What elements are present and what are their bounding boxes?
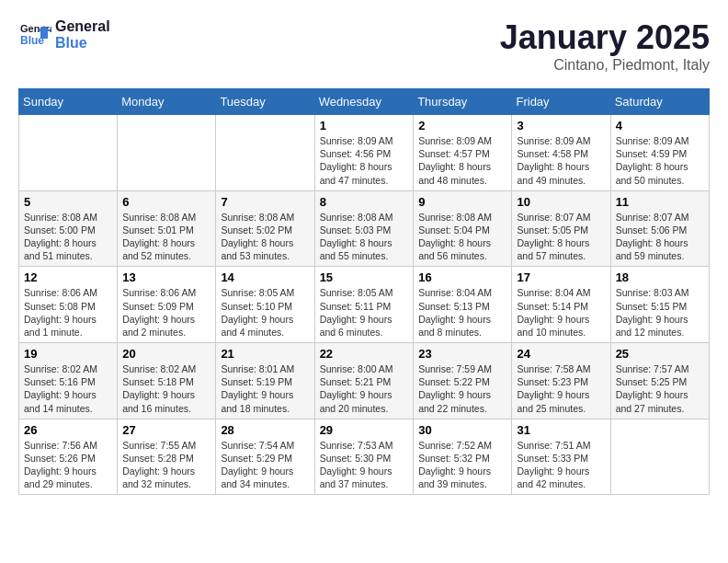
day-info: Sunrise: 8:04 AM Sunset: 5:13 PM Dayligh… bbox=[418, 286, 506, 339]
page-header: General Blue General Blue January 2025 C… bbox=[18, 18, 710, 74]
day-number: 15 bbox=[320, 270, 409, 284]
calendar-cell: 14Sunrise: 8:05 AM Sunset: 5:10 PM Dayli… bbox=[216, 267, 314, 343]
weekday-header-wednesday: Wednesday bbox=[314, 89, 414, 115]
weekday-header-saturday: Saturday bbox=[610, 89, 709, 115]
day-number: 2 bbox=[418, 119, 506, 132]
day-number: 30 bbox=[418, 423, 506, 437]
day-info: Sunrise: 8:01 AM Sunset: 5:19 PM Dayligh… bbox=[221, 362, 309, 415]
day-info: Sunrise: 8:09 AM Sunset: 4:58 PM Dayligh… bbox=[517, 134, 605, 187]
day-info: Sunrise: 8:07 AM Sunset: 5:05 PM Dayligh… bbox=[517, 211, 605, 263]
calendar-cell: 2Sunrise: 8:09 AM Sunset: 4:57 PM Daylig… bbox=[414, 115, 512, 191]
day-info: Sunrise: 8:07 AM Sunset: 5:06 PM Dayligh… bbox=[616, 211, 704, 263]
day-info: Sunrise: 8:04 AM Sunset: 5:14 PM Dayligh… bbox=[517, 286, 605, 339]
day-number: 16 bbox=[418, 270, 506, 284]
calendar-cell bbox=[216, 115, 314, 191]
day-number: 23 bbox=[418, 347, 506, 361]
day-info: Sunrise: 8:03 AM Sunset: 5:15 PM Dayligh… bbox=[616, 286, 704, 339]
calendar-cell bbox=[118, 115, 216, 191]
day-info: Sunrise: 8:09 AM Sunset: 4:57 PM Dayligh… bbox=[418, 134, 506, 187]
day-info: Sunrise: 7:55 AM Sunset: 5:28 PM Dayligh… bbox=[122, 439, 210, 491]
day-number: 8 bbox=[320, 195, 409, 209]
calendar-cell: 10Sunrise: 8:07 AM Sunset: 5:05 PM Dayli… bbox=[512, 190, 610, 267]
calendar-cell: 22Sunrise: 8:00 AM Sunset: 5:21 PM Dayli… bbox=[314, 343, 414, 419]
calendar-cell: 13Sunrise: 8:06 AM Sunset: 5:09 PM Dayli… bbox=[118, 267, 216, 343]
calendar-cell: 8Sunrise: 8:08 AM Sunset: 5:03 PM Daylig… bbox=[314, 190, 414, 267]
calendar-cell: 21Sunrise: 8:01 AM Sunset: 5:19 PM Dayli… bbox=[216, 343, 314, 419]
calendar-cell: 18Sunrise: 8:03 AM Sunset: 5:15 PM Dayli… bbox=[610, 267, 709, 343]
calendar-cell: 4Sunrise: 8:09 AM Sunset: 4:59 PM Daylig… bbox=[610, 115, 709, 191]
day-number: 3 bbox=[517, 119, 605, 132]
logo: General Blue General Blue bbox=[18, 18, 110, 52]
calendar-cell: 17Sunrise: 8:04 AM Sunset: 5:14 PM Dayli… bbox=[512, 267, 610, 343]
month-title: January 2025 bbox=[500, 18, 710, 57]
calendar-cell: 26Sunrise: 7:56 AM Sunset: 5:26 PM Dayli… bbox=[19, 419, 118, 495]
calendar-cell: 7Sunrise: 8:08 AM Sunset: 5:02 PM Daylig… bbox=[216, 190, 314, 267]
calendar-cell: 23Sunrise: 7:59 AM Sunset: 5:22 PM Dayli… bbox=[414, 343, 512, 419]
weekday-header-monday: Monday bbox=[118, 89, 216, 115]
day-info: Sunrise: 8:08 AM Sunset: 5:03 PM Dayligh… bbox=[320, 211, 409, 263]
day-info: Sunrise: 8:00 AM Sunset: 5:21 PM Dayligh… bbox=[320, 362, 409, 415]
day-number: 22 bbox=[320, 347, 409, 361]
weekday-header-friday: Friday bbox=[512, 89, 610, 115]
location: Cintano, Piedmont, Italy bbox=[500, 57, 710, 74]
logo-blue: Blue bbox=[55, 35, 110, 52]
day-info: Sunrise: 8:08 AM Sunset: 5:02 PM Dayligh… bbox=[221, 211, 309, 263]
calendar-week-row: 19Sunrise: 8:02 AM Sunset: 5:16 PM Dayli… bbox=[19, 343, 710, 419]
logo-general: General bbox=[55, 18, 110, 35]
calendar-week-row: 12Sunrise: 8:06 AM Sunset: 5:08 PM Dayli… bbox=[19, 267, 710, 343]
calendar-cell: 24Sunrise: 7:58 AM Sunset: 5:23 PM Dayli… bbox=[512, 343, 610, 419]
day-number: 10 bbox=[517, 195, 605, 209]
calendar-cell: 15Sunrise: 8:05 AM Sunset: 5:11 PM Dayli… bbox=[314, 267, 414, 343]
day-number: 13 bbox=[122, 270, 210, 284]
title-area: January 2025 Cintano, Piedmont, Italy bbox=[500, 18, 710, 74]
calendar-table: SundayMondayTuesdayWednesdayThursdayFrid… bbox=[18, 88, 710, 495]
calendar-cell: 5Sunrise: 8:08 AM Sunset: 5:00 PM Daylig… bbox=[19, 190, 118, 267]
calendar-week-row: 5Sunrise: 8:08 AM Sunset: 5:00 PM Daylig… bbox=[19, 190, 710, 267]
calendar-cell: 1Sunrise: 8:09 AM Sunset: 4:56 PM Daylig… bbox=[314, 115, 414, 191]
calendar-cell: 11Sunrise: 8:07 AM Sunset: 5:06 PM Dayli… bbox=[610, 190, 709, 267]
day-info: Sunrise: 8:09 AM Sunset: 4:59 PM Dayligh… bbox=[616, 134, 704, 187]
day-info: Sunrise: 8:08 AM Sunset: 5:00 PM Dayligh… bbox=[24, 211, 112, 263]
day-number: 9 bbox=[418, 195, 506, 209]
day-number: 25 bbox=[616, 347, 704, 361]
weekday-header-row: SundayMondayTuesdayWednesdayThursdayFrid… bbox=[19, 89, 710, 115]
day-info: Sunrise: 8:02 AM Sunset: 5:16 PM Dayligh… bbox=[24, 362, 112, 415]
calendar-cell: 30Sunrise: 7:52 AM Sunset: 5:32 PM Dayli… bbox=[414, 419, 512, 495]
day-info: Sunrise: 7:54 AM Sunset: 5:29 PM Dayligh… bbox=[221, 439, 309, 491]
day-number: 17 bbox=[517, 270, 605, 284]
day-info: Sunrise: 8:08 AM Sunset: 5:04 PM Dayligh… bbox=[418, 211, 506, 263]
day-info: Sunrise: 7:59 AM Sunset: 5:22 PM Dayligh… bbox=[418, 362, 506, 415]
calendar-cell: 29Sunrise: 7:53 AM Sunset: 5:30 PM Dayli… bbox=[314, 419, 414, 495]
day-number: 24 bbox=[517, 347, 605, 361]
weekday-header-thursday: Thursday bbox=[414, 89, 512, 115]
day-number: 6 bbox=[122, 195, 210, 209]
day-info: Sunrise: 8:05 AM Sunset: 5:10 PM Dayligh… bbox=[221, 286, 309, 339]
day-number: 29 bbox=[320, 423, 409, 437]
day-info: Sunrise: 8:05 AM Sunset: 5:11 PM Dayligh… bbox=[320, 286, 409, 339]
calendar-cell: 9Sunrise: 8:08 AM Sunset: 5:04 PM Daylig… bbox=[414, 190, 512, 267]
calendar-cell: 6Sunrise: 8:08 AM Sunset: 5:01 PM Daylig… bbox=[118, 190, 216, 267]
day-number: 11 bbox=[616, 195, 704, 209]
calendar-week-row: 1Sunrise: 8:09 AM Sunset: 4:56 PM Daylig… bbox=[19, 115, 710, 191]
calendar-cell bbox=[610, 419, 709, 495]
day-number: 27 bbox=[122, 423, 210, 437]
calendar-cell: 12Sunrise: 8:06 AM Sunset: 5:08 PM Dayli… bbox=[19, 267, 118, 343]
calendar-cell: 27Sunrise: 7:55 AM Sunset: 5:28 PM Dayli… bbox=[118, 419, 216, 495]
weekday-header-sunday: Sunday bbox=[19, 89, 118, 115]
day-number: 4 bbox=[616, 119, 704, 132]
weekday-header-tuesday: Tuesday bbox=[216, 89, 314, 115]
day-number: 28 bbox=[221, 423, 309, 437]
day-number: 19 bbox=[24, 347, 112, 361]
day-info: Sunrise: 8:06 AM Sunset: 5:09 PM Dayligh… bbox=[122, 286, 210, 339]
calendar-cell: 16Sunrise: 8:04 AM Sunset: 5:13 PM Dayli… bbox=[414, 267, 512, 343]
calendar-cell: 31Sunrise: 7:51 AM Sunset: 5:33 PM Dayli… bbox=[512, 419, 610, 495]
day-number: 18 bbox=[616, 270, 704, 284]
calendar-cell: 19Sunrise: 8:02 AM Sunset: 5:16 PM Dayli… bbox=[19, 343, 118, 419]
day-info: Sunrise: 7:57 AM Sunset: 5:25 PM Dayligh… bbox=[616, 362, 704, 415]
day-info: Sunrise: 8:08 AM Sunset: 5:01 PM Dayligh… bbox=[122, 211, 210, 263]
day-info: Sunrise: 7:52 AM Sunset: 5:32 PM Dayligh… bbox=[418, 439, 506, 491]
day-number: 31 bbox=[517, 423, 605, 437]
day-number: 1 bbox=[320, 119, 409, 132]
calendar-week-row: 26Sunrise: 7:56 AM Sunset: 5:26 PM Dayli… bbox=[19, 419, 710, 495]
calendar-cell: 25Sunrise: 7:57 AM Sunset: 5:25 PM Dayli… bbox=[610, 343, 709, 419]
